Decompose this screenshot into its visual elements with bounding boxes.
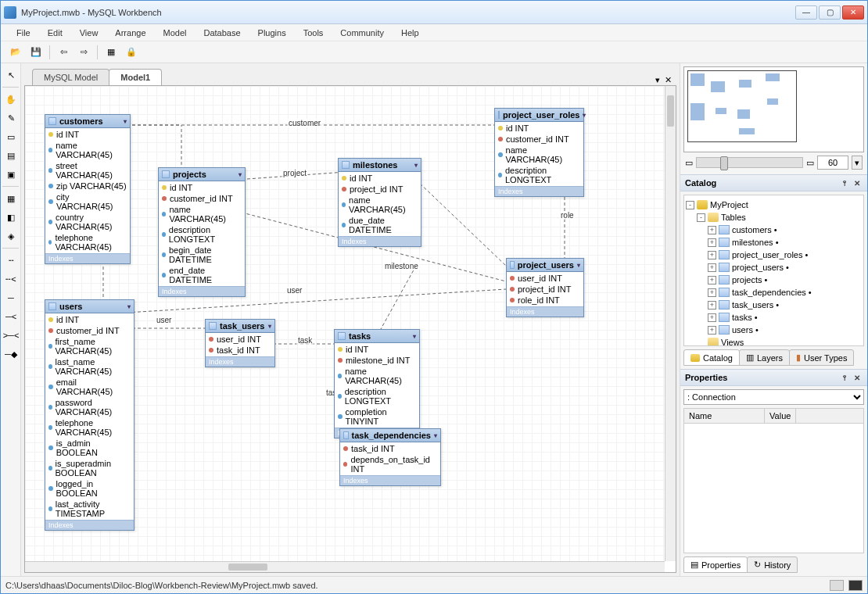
chevron-down-icon[interactable]: ▾ — [268, 323, 271, 330]
close-icon[interactable]: ✕ — [852, 372, 863, 383]
maximize-button[interactable]: ▢ — [819, 5, 841, 20]
er-column[interactable]: project_id INT — [507, 284, 583, 295]
lock-button[interactable]: 🔒 — [123, 44, 140, 61]
er-column[interactable]: id INT — [495, 123, 583, 134]
tree-toggle[interactable]: + — [708, 288, 716, 297]
back-button[interactable]: ⇦ — [55, 44, 72, 61]
chevron-down-icon[interactable]: ▾ — [127, 303, 131, 310]
rel-1-1-id-tool[interactable]: ─ — [2, 289, 20, 306]
chevron-down-icon[interactable]: ▾ — [239, 171, 242, 178]
image-tool[interactable]: ▣ — [2, 166, 20, 183]
er-column[interactable]: due_date DATETIME — [339, 215, 421, 235]
tree-toggle[interactable]: + — [708, 263, 716, 272]
er-table-projects[interactable]: projects▾ id INTcustomer_id INTname VARC… — [158, 167, 246, 297]
tree-toggle[interactable]: - — [697, 213, 705, 222]
er-column[interactable]: user_id INT — [206, 334, 274, 345]
hand-tool[interactable]: ✋ — [2, 91, 20, 108]
note-tool[interactable]: ▤ — [2, 147, 20, 164]
tree-toggle[interactable]: + — [708, 326, 716, 335]
menu-help[interactable]: Help — [393, 26, 427, 40]
rel-1-1-nonid-tool[interactable]: ╌ — [2, 252, 20, 269]
er-column[interactable]: task_id INT — [206, 345, 274, 356]
er-column[interactable]: id INT — [45, 129, 130, 140]
er-column[interactable]: description LONGTEXT — [495, 165, 583, 185]
zoom-dropdown[interactable]: ▾ — [852, 156, 863, 170]
menu-view[interactable]: View — [72, 26, 106, 40]
pin-icon[interactable]: ⫯ — [839, 177, 850, 188]
menu-community[interactable]: Community — [332, 26, 392, 40]
tab-dropdown-icon[interactable]: ▾ — [655, 75, 660, 85]
chevron-down-icon[interactable]: ▾ — [124, 118, 127, 125]
minimize-button[interactable]: — — [795, 5, 817, 20]
indexes-row[interactable]: Indexes — [495, 186, 583, 196]
pointer-tool[interactable]: ↖ — [2, 66, 20, 84]
er-column[interactable]: milestone_id INT — [335, 355, 419, 366]
menu-arrange[interactable]: Arrange — [107, 26, 153, 40]
er-column[interactable]: task_id INT — [340, 443, 440, 454]
close-icon[interactable]: ✕ — [852, 177, 863, 188]
er-table-task-dependencies[interactable]: task_dependencies▾ task_id INTdepends_on… — [339, 428, 441, 486]
er-column[interactable]: role_id INT — [507, 295, 583, 306]
tab-close-icon[interactable]: ✕ — [665, 75, 672, 85]
er-column[interactable]: depends_on_task_id INT — [340, 454, 440, 474]
indexes-row[interactable]: Indexes — [340, 475, 440, 485]
zoom-100-icon[interactable]: ▭ — [806, 158, 814, 168]
catalog-table-project_users[interactable]: +project_users • — [686, 261, 862, 274]
subtab-properties[interactable]: ▤Properties — [683, 556, 748, 573]
subtab-catalog[interactable]: Catalog — [683, 349, 740, 366]
er-table-tasks[interactable]: tasks▾ id INTmilestone_id INTname VARCHA… — [334, 329, 420, 438]
menu-database[interactable]: Database — [195, 26, 248, 40]
er-column[interactable]: country VARCHAR(45) — [45, 212, 130, 232]
er-column[interactable]: id INT — [335, 344, 419, 355]
tab-model1[interactable]: Model1 — [109, 69, 162, 85]
catalog-table-task_users[interactable]: +task_users • — [686, 299, 862, 311]
er-table-project-user-roles[interactable]: project_user_roles▾ id INTcustomer_id IN… — [494, 108, 584, 197]
indexes-row[interactable]: Indexes — [45, 253, 130, 263]
er-column[interactable]: customer_id INT — [495, 134, 583, 145]
er-table-project-users[interactable]: project_users▾ user_id INTproject_id INT… — [506, 258, 584, 317]
er-column[interactable]: id INT — [159, 182, 245, 193]
chevron-down-icon[interactable]: ▾ — [434, 432, 437, 439]
chevron-down-icon[interactable]: ▾ — [583, 112, 586, 119]
zoom-value[interactable]: 60 — [817, 156, 848, 170]
er-column[interactable]: logged_in BOOLEAN — [45, 478, 134, 499]
er-column[interactable]: description LONGTEXT — [159, 224, 245, 245]
view-tool[interactable]: ◧ — [2, 209, 20, 226]
er-column[interactable]: name VARCHAR(45) — [45, 140, 130, 160]
er-column[interactable]: completion TINYINT — [335, 406, 419, 427]
er-table-users[interactable]: users▾ id INTcustomer_id INTfirst_name V… — [45, 299, 135, 531]
vertical-scrollbar[interactable] — [665, 86, 676, 561]
er-column[interactable]: last_activity TIMESTAMP — [45, 499, 134, 519]
minimap[interactable] — [683, 66, 864, 152]
er-table-task-users[interactable]: task_users▾ user_id INTtask_id INT Index… — [205, 319, 275, 367]
indexes-row[interactable]: Indexes — [206, 356, 274, 367]
catalog-table-project_user_roles[interactable]: +project_user_roles • — [686, 249, 862, 261]
er-column[interactable]: password VARCHAR(45) — [45, 397, 134, 417]
grid-button[interactable]: ▦ — [102, 44, 120, 61]
catalog-table-users[interactable]: +users • — [686, 324, 862, 336]
subtab-layers[interactable]: ▥Layers — [739, 349, 790, 366]
indexes-row[interactable]: Indexes — [45, 520, 134, 530]
tree-toggle[interactable]: + — [708, 301, 716, 310]
menu-plugins[interactable]: Plugins — [250, 26, 294, 40]
zoom-slider[interactable] — [696, 157, 803, 168]
er-column[interactable]: name VARCHAR(45) — [335, 366, 419, 386]
er-column[interactable]: name VARCHAR(45) — [159, 204, 245, 224]
tree-toggle[interactable]: + — [708, 313, 716, 322]
er-column[interactable]: id INT — [45, 314, 134, 325]
close-button[interactable]: ✕ — [842, 5, 864, 20]
er-canvas[interactable]: customer customer project project milest… — [25, 86, 665, 561]
er-table-customers[interactable]: customers▾ id INTname VARCHAR(45)street … — [45, 114, 131, 264]
er-column[interactable]: project_id INT — [339, 184, 421, 195]
rel-1-n-id-tool[interactable]: ─< — [2, 308, 20, 325]
tree-toggle[interactable]: - — [686, 201, 694, 209]
routine-tool[interactable]: ◈ — [2, 227, 20, 245]
chevron-down-icon[interactable]: ▾ — [414, 162, 418, 169]
tab-mysql-model[interactable]: MySQL Model — [32, 69, 109, 85]
er-column[interactable]: customer_id INT — [45, 325, 134, 336]
rel-n-m-tool[interactable]: >─< — [2, 327, 20, 344]
tree-toggle[interactable]: + — [708, 251, 716, 259]
forward-button[interactable]: ⇨ — [75, 44, 92, 61]
subtab-user-types[interactable]: ▮User Types — [789, 349, 854, 366]
catalog-table-task_dependencies[interactable]: +task_dependencies • — [686, 286, 862, 299]
